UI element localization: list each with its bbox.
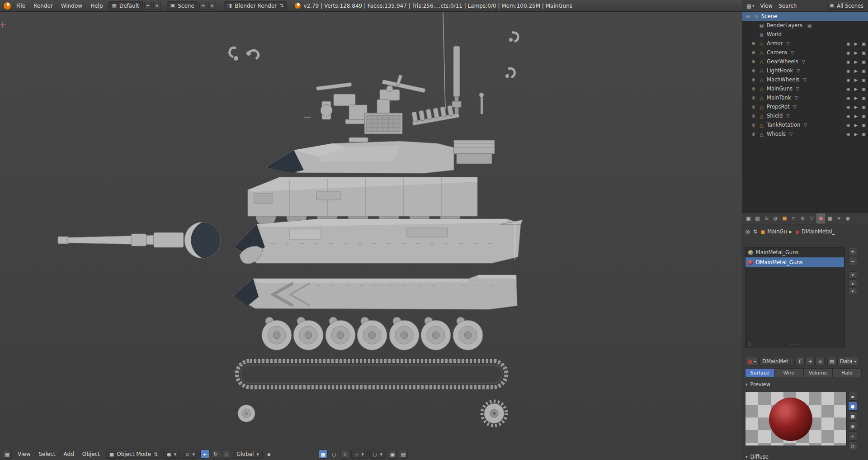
outliner-object-row[interactable]: ⊕ △ LightHook ▽ ◉ ▶ ▣: [742, 66, 868, 75]
snap-element-selector[interactable]: ◇ ▾: [351, 450, 368, 459]
selectability-arrow-icon[interactable]: ▶: [854, 68, 859, 73]
material-link-selector[interactable]: Data ▾: [837, 357, 859, 366]
outliner-object-row[interactable]: ⊕ △ MachWheels ▽ ◉ ▶ ▣: [742, 75, 868, 84]
outliner-view-menu[interactable]: View: [758, 3, 774, 9]
render-restrict-icon[interactable]: ▣: [861, 132, 866, 137]
visibility-eye-icon[interactable]: ◉: [846, 41, 851, 46]
tab-modifiers[interactable]: ⊛: [798, 213, 807, 223]
render-restrict-icon[interactable]: ▣: [861, 77, 866, 82]
manipulator-translate-button[interactable]: +: [200, 450, 209, 459]
preview-monkey-button[interactable]: ◉: [848, 422, 857, 431]
material-slot-list[interactable]: MainMetal_Guns DMainMetal_Guns ○ ≡≡≡: [745, 247, 844, 348]
visibility-eye-icon[interactable]: ◉: [846, 86, 851, 91]
material-slot-0[interactable]: MainMetal_Guns: [745, 247, 844, 257]
breadcrumb-object[interactable]: ■ MainGu ▶: [761, 228, 792, 235]
menu-item[interactable]: Render: [29, 3, 57, 9]
visibility-eye-icon[interactable]: ◉: [846, 104, 851, 109]
expand-icon[interactable]: ⊕: [750, 86, 756, 91]
selectability-arrow-icon[interactable]: ▶: [854, 59, 859, 64]
fake-user-button[interactable]: F: [796, 357, 805, 366]
expand-icon[interactable]: ⊕: [750, 68, 756, 73]
material-slot-1[interactable]: DMainMetal_Guns: [745, 257, 844, 267]
add-slot-button[interactable]: +: [848, 247, 857, 256]
shading-selector[interactable]: ● ▾: [163, 450, 180, 459]
visibility-eye-icon[interactable]: ◉: [846, 68, 851, 73]
render-restrict-icon[interactable]: ▣: [861, 95, 866, 100]
orientation-selector[interactable]: Global ▾: [233, 450, 263, 459]
render-restrict-icon[interactable]: ▣: [861, 50, 866, 55]
tab-material[interactable]: ●: [816, 213, 825, 223]
viewport-menu-item[interactable]: Object: [78, 451, 104, 457]
type-wire-button[interactable]: Wire: [774, 368, 803, 377]
unlink-material-button[interactable]: ×: [816, 357, 825, 366]
proportional-edit-selector[interactable]: ○ ▾: [369, 450, 386, 459]
render-engine-selector[interactable]: ◨ Blender Render ⇅: [224, 1, 288, 10]
preview-hair-button[interactable]: ≈: [848, 432, 857, 441]
viewport-menu-item[interactable]: Select: [34, 451, 59, 457]
outliner-object-row[interactable]: ⊕ △ Wheels ▽ ◉ ▶ ▣: [742, 129, 868, 138]
expand-icon[interactable]: ⊕: [750, 95, 756, 100]
tab-render[interactable]: ▣: [744, 213, 753, 223]
snap-magnet-button[interactable]: ∩: [340, 450, 349, 459]
browse-material-button[interactable]: ● ▾: [745, 357, 759, 366]
expand-icon[interactable]: ⊕: [750, 114, 756, 119]
new-material-button[interactable]: +: [806, 357, 815, 366]
visibility-eye-icon[interactable]: ◉: [846, 50, 851, 55]
selectability-arrow-icon[interactable]: ▶: [854, 132, 859, 137]
outliner-object-row[interactable]: ⊕ △ PropsRot ▽ ◉ ▶ ▣: [742, 102, 868, 111]
selectability-arrow-icon[interactable]: ▶: [854, 86, 859, 91]
viewport-3d[interactable]: [0, 12, 742, 448]
slot-move-down-button[interactable]: ▾: [848, 288, 857, 295]
tab-particles[interactable]: ∗: [835, 213, 843, 223]
type-surface-button[interactable]: Surface: [745, 368, 774, 377]
manipulator-scale-button[interactable]: ◇: [222, 450, 231, 459]
render-restrict-icon[interactable]: ▣: [861, 86, 866, 91]
selectability-arrow-icon[interactable]: ▶: [854, 50, 859, 55]
selectability-arrow-icon[interactable]: ▶: [854, 95, 859, 100]
tab-texture[interactable]: ▦: [826, 213, 834, 223]
menu-item[interactable]: Window: [57, 3, 86, 9]
tab-render-layers[interactable]: ▤: [753, 213, 762, 223]
add-scene-button[interactable]: +: [199, 2, 207, 9]
breadcrumb-material[interactable]: ● DMainMetal_: [795, 228, 835, 235]
material-name-field[interactable]: DMainMet: [760, 357, 795, 366]
collapse-icon[interactable]: ⊖: [745, 14, 751, 19]
visibility-eye-icon[interactable]: ◉: [846, 59, 851, 64]
slot-specials-button[interactable]: ▾: [848, 271, 857, 279]
preview-flat-button[interactable]: ▪: [848, 392, 857, 401]
tab-constraints[interactable]: ⊂: [789, 213, 798, 223]
nodes-button[interactable]: ▤: [827, 357, 836, 366]
scene-selector[interactable]: ▣ Scene: [167, 1, 198, 10]
outliner-object-row[interactable]: ⊕ △ GearWheels ▽ ◉ ▶ ▣: [742, 57, 868, 66]
menu-item[interactable]: File: [12, 3, 29, 9]
outliner-scene-row[interactable]: ⊖ ⊙ Scene: [742, 12, 868, 21]
outliner-object-row[interactable]: ⊕ △ Shield ▽ ◉ ▶ ▣: [742, 111, 868, 120]
opengl-render-button[interactable]: ▣: [388, 450, 397, 459]
tab-data[interactable]: ▽: [807, 213, 816, 223]
selectability-arrow-icon[interactable]: ▶: [854, 104, 859, 109]
delete-scene-button[interactable]: ×: [208, 2, 216, 9]
render-restrict-icon[interactable]: ▣: [861, 123, 866, 128]
editor-type-button[interactable]: ▦: [3, 450, 12, 459]
render-restrict-icon[interactable]: ▣: [861, 114, 866, 119]
visibility-eye-icon[interactable]: ◉: [846, 132, 851, 137]
expand-icon[interactable]: ⊕: [750, 123, 756, 128]
preview-cube-button[interactable]: ■: [848, 412, 857, 421]
selectability-arrow-icon[interactable]: ▶: [854, 123, 859, 128]
render-restrict-icon[interactable]: ▣: [861, 41, 866, 46]
outliner-search-menu[interactable]: Search: [777, 3, 799, 9]
visibility-eye-icon[interactable]: ◉: [846, 114, 851, 119]
render-restrict-icon[interactable]: ▣: [861, 59, 866, 64]
remove-slot-button[interactable]: −: [848, 257, 857, 266]
render-restrict-icon[interactable]: ▣: [861, 68, 866, 73]
outliner-object-row[interactable]: ⊕ △ MainGuns ▽ ◉ ▶ ▣: [742, 84, 868, 93]
visibility-eye-icon[interactable]: ◉: [846, 95, 851, 100]
context-switch-icon[interactable]: ⇅: [753, 228, 758, 235]
type-halo-button[interactable]: Halo: [833, 368, 862, 377]
viewport-menu-item[interactable]: View: [14, 451, 34, 457]
expand-icon[interactable]: ⊕: [750, 77, 756, 82]
layer-single-icon[interactable]: ▪: [264, 450, 274, 459]
mode-selector[interactable]: ■ Object Mode ⇅: [106, 450, 161, 459]
outliner-object-row[interactable]: ⊕ △ TankRotation ▽ ◉ ▶ ▣: [742, 120, 868, 129]
tab-world[interactable]: ◍: [771, 213, 780, 223]
